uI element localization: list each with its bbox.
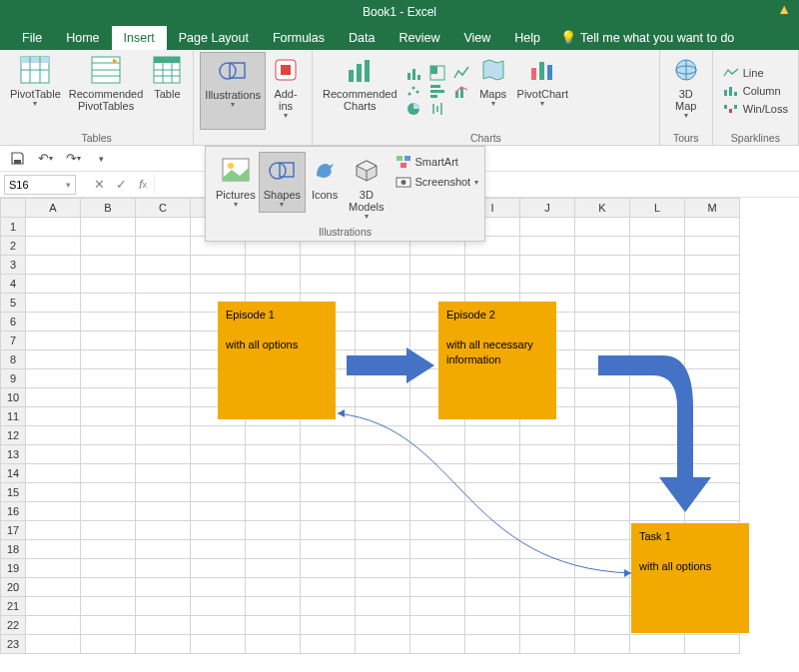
sparkline-column-button[interactable]: Column [719, 82, 792, 100]
cell[interactable] [136, 388, 191, 407]
cell[interactable] [410, 256, 465, 275]
maps-button[interactable]: Maps ▾ [473, 52, 513, 130]
cell[interactable] [191, 521, 246, 540]
cell[interactable] [81, 407, 136, 426]
cell[interactable] [81, 218, 136, 237]
tab-formulas[interactable]: Formulas [261, 26, 337, 50]
cell[interactable] [81, 616, 136, 635]
cell[interactable] [26, 388, 81, 407]
cell[interactable] [26, 256, 81, 275]
cell[interactable] [630, 294, 685, 313]
row-header[interactable]: 11 [1, 407, 26, 426]
cell[interactable] [136, 616, 191, 635]
row-header[interactable]: 22 [1, 616, 26, 635]
cell[interactable] [81, 578, 136, 597]
cell[interactable] [356, 388, 410, 407]
cell[interactable] [136, 578, 191, 597]
cell[interactable] [246, 275, 301, 294]
row-header[interactable]: 4 [1, 275, 26, 294]
pivot-chart-button[interactable]: PivotChart ▾ [513, 52, 572, 130]
cell[interactable] [685, 313, 740, 332]
cell[interactable] [356, 597, 410, 616]
shape-episode-2[interactable]: Episode 2 with all necessary information [438, 302, 556, 419]
cell[interactable] [301, 275, 356, 294]
cell[interactable] [136, 218, 191, 237]
cell[interactable] [465, 597, 520, 616]
row-header[interactable]: 16 [1, 502, 26, 521]
tab-data[interactable]: Data [337, 26, 387, 50]
cell[interactable] [81, 256, 136, 275]
cell[interactable] [136, 256, 191, 275]
cell[interactable] [301, 616, 356, 635]
cell[interactable] [26, 369, 81, 388]
cell[interactable] [465, 275, 520, 294]
row-header[interactable]: 20 [1, 578, 26, 597]
cell[interactable] [26, 464, 81, 483]
scatter-chart-icon[interactable] [405, 83, 421, 99]
column-header[interactable]: M [685, 199, 740, 218]
cell[interactable] [410, 597, 465, 616]
select-all-corner[interactable] [1, 199, 26, 218]
cell[interactable] [136, 597, 191, 616]
line-chart-icon[interactable] [453, 65, 469, 81]
cell[interactable] [520, 218, 575, 237]
recommended-pivot-button[interactable]: Recommended PivotTables [65, 52, 148, 130]
cell[interactable] [136, 483, 191, 502]
cell[interactable] [136, 237, 191, 256]
cell[interactable] [685, 237, 740, 256]
enter-formula-button[interactable]: ✓ [110, 174, 132, 196]
cell[interactable] [136, 332, 191, 350]
cell[interactable] [26, 407, 81, 426]
cell[interactable] [356, 275, 410, 294]
cell[interactable] [81, 483, 136, 502]
cell[interactable] [575, 294, 630, 313]
cell[interactable] [26, 635, 81, 654]
row-header[interactable]: 3 [1, 256, 26, 275]
cell[interactable] [191, 445, 246, 464]
cell[interactable] [81, 294, 136, 313]
row-header[interactable]: 18 [1, 540, 26, 559]
row-header[interactable]: 15 [1, 483, 26, 502]
cell[interactable] [520, 597, 575, 616]
column-chart-icon[interactable] [405, 65, 421, 81]
cell[interactable] [630, 635, 685, 654]
cell[interactable] [191, 483, 246, 502]
cell[interactable] [26, 294, 81, 313]
cell[interactable] [26, 313, 81, 332]
cell[interactable] [81, 635, 136, 654]
cell[interactable] [246, 256, 301, 275]
cell[interactable] [191, 578, 246, 597]
cell[interactable] [410, 616, 465, 635]
icons-button[interactable]: Icons [305, 153, 345, 203]
cell[interactable] [136, 464, 191, 483]
tab-review[interactable]: Review [387, 26, 451, 50]
cell[interactable] [136, 426, 191, 445]
cell[interactable] [630, 256, 685, 275]
row-header[interactable]: 7 [1, 332, 26, 350]
cell[interactable] [191, 464, 246, 483]
cell[interactable] [26, 540, 81, 559]
cell[interactable] [685, 275, 740, 294]
column-header[interactable]: B [81, 199, 136, 218]
cell[interactable] [26, 332, 81, 350]
cell[interactable] [685, 218, 740, 237]
cell[interactable] [465, 635, 520, 654]
cell[interactable] [356, 313, 410, 332]
cell[interactable] [81, 521, 136, 540]
row-header[interactable]: 8 [1, 350, 26, 369]
row-header[interactable]: 9 [1, 369, 26, 388]
cell[interactable] [191, 502, 246, 521]
cell[interactable] [136, 521, 191, 540]
cell[interactable] [26, 483, 81, 502]
shapes-button[interactable]: Shapes ▾ [259, 152, 306, 213]
hierarchy-chart-icon[interactable] [429, 65, 445, 81]
illustrations-button[interactable]: Illustrations ▾ [200, 52, 266, 130]
cell[interactable] [81, 313, 136, 332]
cell[interactable] [191, 275, 246, 294]
cell[interactable] [81, 445, 136, 464]
cell[interactable] [191, 540, 246, 559]
cell[interactable] [246, 426, 301, 445]
cell[interactable] [26, 578, 81, 597]
recommended-charts-button[interactable]: Recommended Charts [319, 52, 401, 130]
cell[interactable] [356, 256, 410, 275]
